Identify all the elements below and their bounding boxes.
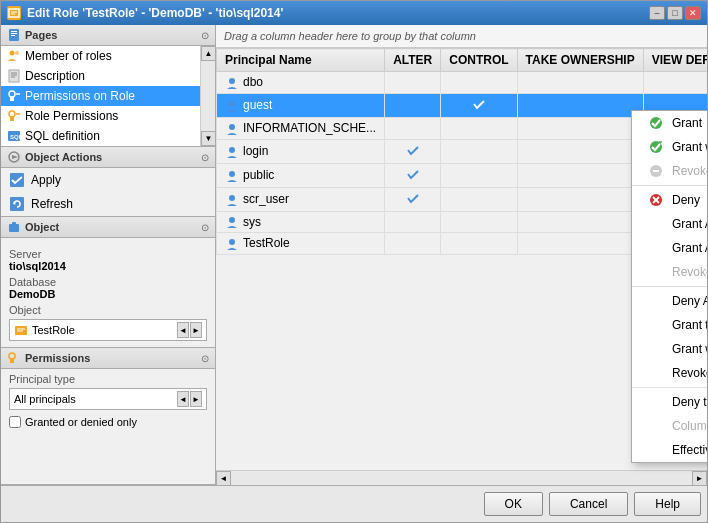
context-menu-item-icon — [648, 442, 664, 458]
title-bar: Edit Role 'TestRole' - 'DemoDB' - 'tio\s… — [1, 1, 707, 25]
apply-action[interactable]: Apply — [1, 168, 215, 192]
granted-only-checkbox[interactable] — [9, 416, 21, 428]
object-nav-prev[interactable]: ◄ — [177, 322, 189, 338]
cell-take-ownership[interactable] — [517, 117, 643, 139]
pages-collapse-icon[interactable]: ⊙ — [201, 30, 209, 41]
context-menu-item[interactable]: Revoke from All Principals — [632, 361, 707, 385]
cell-principal-name: dbo — [217, 72, 385, 94]
cell-alter[interactable] — [385, 93, 441, 117]
col-alter[interactable]: ALTER — [385, 49, 441, 72]
col-principal-name[interactable]: Principal Name — [217, 49, 385, 72]
object-actions-collapse[interactable]: ⊙ — [201, 152, 209, 163]
page-label-member-of-roles: Member of roles — [25, 49, 112, 63]
cell-take-ownership[interactable] — [517, 93, 643, 117]
cell-take-ownership[interactable] — [517, 211, 643, 233]
cell-control[interactable] — [441, 117, 517, 139]
permissions-filter-title: Permissions — [25, 352, 90, 364]
permissions-filter-header[interactable]: Permissions ⊙ — [1, 348, 215, 369]
ok-button[interactable]: OK — [484, 492, 543, 516]
context-menu-item-icon — [648, 192, 664, 208]
page-item-sql-definition[interactable]: SQL SQL definition — [1, 126, 200, 146]
object-header[interactable]: Object ⊙ — [1, 217, 215, 238]
page-label-sql-definition: SQL definition — [25, 129, 100, 143]
context-menu-item[interactable]: Grant with Grant Option to All Principal… — [632, 337, 707, 361]
page-item-permissions-on-role[interactable]: Permissions on Role — [1, 86, 200, 106]
context-menu-item[interactable]: Grant to All Principals — [632, 313, 707, 337]
context-menu-item[interactable]: Grant All — [632, 212, 707, 236]
minimize-button[interactable]: – — [649, 6, 665, 20]
object-dropdown-icon — [14, 323, 28, 337]
cell-take-ownership[interactable] — [517, 72, 643, 94]
svg-rect-27 — [12, 222, 16, 225]
col-take-ownership[interactable]: TAKE OWNERSHIP — [517, 49, 643, 72]
context-menu-item[interactable]: Grant — [632, 111, 707, 135]
cell-alter[interactable] — [385, 187, 441, 211]
cell-control[interactable] — [441, 187, 517, 211]
cell-control[interactable] — [441, 72, 517, 94]
cell-take-ownership[interactable] — [517, 187, 643, 211]
cell-take-ownership[interactable] — [517, 163, 643, 187]
object-actions-header[interactable]: Object Actions ⊙ — [1, 147, 215, 168]
context-menu-item-label: Deny All — [672, 294, 707, 308]
page-item-role-permissions[interactable]: Role Permissions — [1, 106, 200, 126]
cell-alter[interactable] — [385, 72, 441, 94]
help-button[interactable]: Help — [634, 492, 701, 516]
refresh-action[interactable]: Refresh — [1, 192, 215, 216]
pages-scrollbar[interactable]: ▲ ▼ — [200, 46, 215, 146]
context-menu-item[interactable]: Grant All with Grant Option — [632, 236, 707, 260]
col-view-definition[interactable]: VIEW DEFINI — [643, 49, 707, 72]
cell-control[interactable] — [441, 233, 517, 255]
cell-control[interactable] — [441, 139, 517, 163]
context-menu: GrantGrant with Grant OptionRevokeDenyGr… — [631, 110, 707, 463]
principal-nav-next[interactable]: ► — [190, 391, 202, 407]
pages-title: Pages — [25, 29, 57, 41]
context-menu-item[interactable]: Grant with Grant Option — [632, 135, 707, 159]
scroll-right-arrow[interactable]: ► — [692, 471, 707, 486]
col-control[interactable]: CONTROL — [441, 49, 517, 72]
cell-view-definition[interactable] — [643, 72, 707, 94]
context-menu-item-icon — [648, 115, 664, 131]
page-item-member-of-roles[interactable]: Member of roles — [1, 46, 200, 66]
cancel-button[interactable]: Cancel — [549, 492, 628, 516]
context-menu-item[interactable]: Deny to All Principals — [632, 390, 707, 414]
close-button[interactable]: ✕ — [685, 6, 701, 20]
context-menu-item-label: Grant to All Principals — [672, 318, 707, 332]
page-item-description[interactable]: Description — [1, 66, 200, 86]
permissions-filter-collapse[interactable]: ⊙ — [201, 353, 209, 364]
context-menu-item[interactable]: Deny — [632, 188, 707, 212]
cell-alter[interactable] — [385, 139, 441, 163]
scroll-down-arrow[interactable]: ▼ — [201, 131, 215, 146]
context-menu-item-icon — [648, 317, 664, 333]
object-nav-next[interactable]: ► — [190, 322, 202, 338]
table-row[interactable]: dbo — [217, 72, 708, 94]
cell-take-ownership[interactable] — [517, 139, 643, 163]
context-menu-item[interactable]: Effective Permissions... — [632, 438, 707, 462]
svg-point-35 — [229, 124, 235, 130]
principal-nav-prev[interactable]: ◄ — [177, 391, 189, 407]
server-label: Server — [9, 248, 207, 260]
scroll-left-arrow[interactable]: ◄ — [216, 471, 231, 486]
horizontal-scrollbar[interactable]: ◄ ► — [216, 470, 707, 485]
cell-take-ownership[interactable] — [517, 233, 643, 255]
context-menu-item[interactable]: Deny All — [632, 289, 707, 313]
context-menu-item: Revoke — [632, 159, 707, 183]
cell-control[interactable] — [441, 93, 517, 117]
cell-alter[interactable] — [385, 233, 441, 255]
maximize-button[interactable]: □ — [667, 6, 683, 20]
context-menu-separator — [632, 387, 707, 388]
refresh-label: Refresh — [31, 197, 73, 211]
cell-control[interactable] — [441, 163, 517, 187]
principal-type-dropdown[interactable]: All principals ◄ ► — [9, 388, 207, 410]
cell-control[interactable] — [441, 211, 517, 233]
svg-point-33 — [229, 78, 235, 84]
pages-header[interactable]: Pages ⊙ — [1, 25, 215, 46]
cell-alter[interactable] — [385, 117, 441, 139]
cell-alter[interactable] — [385, 163, 441, 187]
object-dropdown[interactable]: TestRole ◄ ► — [9, 319, 207, 341]
cell-alter[interactable] — [385, 211, 441, 233]
scroll-up-arrow[interactable]: ▲ — [201, 46, 215, 61]
scroll-track[interactable] — [231, 471, 692, 485]
svg-point-7 — [10, 51, 15, 56]
context-menu-item-label: Grant All with Grant Option — [672, 241, 707, 255]
object-collapse[interactable]: ⊙ — [201, 222, 209, 233]
